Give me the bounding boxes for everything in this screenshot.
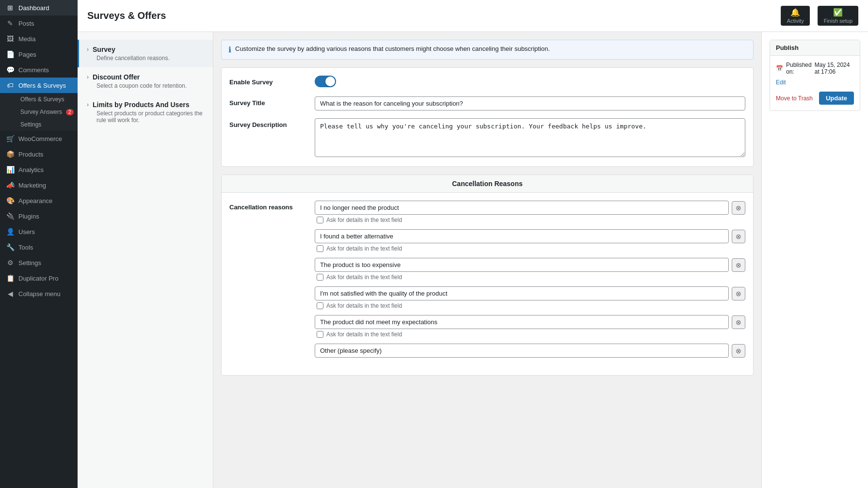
cancellation-reasons-header: Cancellation Reasons bbox=[222, 175, 753, 193]
reason-input-row-5: ⊗ bbox=[315, 315, 745, 329]
sidebar-label-appearance: Appearance bbox=[18, 197, 52, 205]
sidebar-label-offers-surveys: Offers & Surveys bbox=[18, 82, 66, 89]
ask-details-label-1: Ask for details in the text field bbox=[326, 217, 402, 223]
info-icon: ℹ bbox=[228, 45, 231, 54]
sidebar-item-settings-sub[interactable]: Settings bbox=[15, 118, 78, 131]
ask-details-checkbox-1[interactable] bbox=[317, 217, 323, 223]
sidebar-label-media: Media bbox=[18, 35, 35, 43]
reason-input-4[interactable] bbox=[315, 286, 729, 300]
page-title: Surveys & Offers bbox=[87, 10, 166, 21]
sidebar-item-survey-answers[interactable]: Survey Answers 2 bbox=[15, 106, 78, 118]
ask-details-checkbox-4[interactable] bbox=[317, 302, 323, 309]
reason-input-row-3: ⊗ bbox=[315, 258, 745, 272]
sidebar-item-marketing[interactable]: 📣 Marketing bbox=[0, 177, 78, 193]
sidebar-item-settings[interactable]: ⚙ Settings bbox=[0, 255, 78, 270]
main-content: Surveys & Offers 🔔 Activity ✅ Finish set… bbox=[78, 0, 868, 488]
sidebar-label-pages: Pages bbox=[18, 51, 36, 58]
sidebar-label-offers-surveys-sub: Offers & Surveys bbox=[20, 96, 64, 103]
sidebar-item-offers-surveys-sub[interactable]: Offers & Surveys bbox=[15, 93, 78, 106]
step-limits[interactable]: › Limits by Products And Users Select pr… bbox=[78, 95, 213, 129]
publish-box-body: 📅 Published on: May 15, 2024 at 17:06 Ed… bbox=[770, 56, 860, 110]
sidebar-item-duplicator[interactable]: 📋 Duplicator Pro bbox=[0, 270, 78, 286]
move-to-trash-link[interactable]: Move to Trash bbox=[776, 95, 813, 102]
activity-button[interactable]: 🔔 Activity bbox=[781, 6, 810, 26]
duplicator-icon: 📋 bbox=[6, 274, 15, 282]
finish-setup-icon: ✅ bbox=[833, 8, 843, 17]
steps-panel: › Survey Define cancellation reasons. › … bbox=[78, 32, 213, 488]
remove-reason-2[interactable]: ⊗ bbox=[732, 230, 745, 243]
sidebar-item-dashboard[interactable]: ⊞ Dashboard bbox=[0, 0, 78, 16]
sidebar-item-collapse[interactable]: ◀ Collapse menu bbox=[0, 286, 78, 301]
ask-details-checkbox-2[interactable] bbox=[317, 245, 323, 252]
sidebar-item-media[interactable]: 🖼 Media bbox=[0, 31, 78, 47]
cancellation-reasons-body: Cancellation reasons ⊗ Ask for d bbox=[222, 193, 753, 375]
survey-title-input[interactable] bbox=[315, 96, 745, 110]
remove-reason-3[interactable]: ⊗ bbox=[732, 258, 745, 272]
sidebar-label-survey-answers: Survey Answers bbox=[20, 109, 62, 115]
remove-reason-5[interactable]: ⊗ bbox=[732, 315, 745, 329]
sidebar: ⊞ Dashboard ✎ Posts 🖼 Media 📄 Pages 💬 Co… bbox=[0, 0, 78, 488]
reason-entry-1: ⊗ Ask for details in the text field bbox=[315, 201, 745, 223]
sidebar-item-analytics[interactable]: 📊 Analytics bbox=[0, 162, 78, 177]
reason-entries: ⊗ Ask for details in the text field bbox=[315, 201, 745, 363]
reason-input-5[interactable] bbox=[315, 315, 729, 329]
remove-reason-6[interactable]: ⊗ bbox=[732, 344, 745, 358]
sidebar-label-dashboard: Dashboard bbox=[18, 4, 49, 12]
published-info: 📅 Published on: May 15, 2024 at 17:06 bbox=[776, 62, 854, 75]
media-icon: 🖼 bbox=[6, 35, 15, 43]
reason-input-3[interactable] bbox=[315, 258, 729, 272]
step-discount-offer[interactable]: › Discount Offer Select a coupon code fo… bbox=[78, 67, 213, 95]
remove-reason-1[interactable]: ⊗ bbox=[732, 201, 745, 215]
remove-reason-4[interactable]: ⊗ bbox=[732, 287, 745, 300]
sidebar-item-pages[interactable]: 📄 Pages bbox=[0, 47, 78, 62]
step-survey-chevron: › bbox=[87, 46, 89, 53]
sidebar-item-comments[interactable]: 💬 Comments bbox=[0, 62, 78, 78]
ask-details-label-5: Ask for details in the text field bbox=[326, 331, 402, 338]
calendar-icon: 📅 bbox=[776, 65, 783, 72]
sidebar-item-users[interactable]: 👤 Users bbox=[0, 224, 78, 239]
survey-title-label: Survey Title bbox=[229, 96, 307, 107]
sidebar-item-tools[interactable]: 🔧 Tools bbox=[0, 239, 78, 255]
published-date: May 15, 2024 at 17:06 bbox=[815, 62, 854, 75]
step-survey[interactable]: › Survey Define cancellation reasons. bbox=[78, 40, 213, 67]
ask-details-label-2: Ask for details in the text field bbox=[326, 245, 402, 252]
reason-entry-6: ⊗ bbox=[315, 344, 745, 358]
ask-details-row-3: Ask for details in the text field bbox=[315, 274, 745, 281]
published-label: Published on: bbox=[786, 62, 812, 75]
publish-box: Publish 📅 Published on: May 15, 2024 at … bbox=[770, 40, 860, 111]
offers-surveys-icon: 🏷 bbox=[6, 81, 15, 89]
ask-details-checkbox-5[interactable] bbox=[317, 331, 323, 338]
sidebar-label-analytics: Analytics bbox=[18, 166, 44, 173]
analytics-icon: 📊 bbox=[6, 166, 15, 173]
sidebar-item-appearance[interactable]: 🎨 Appearance bbox=[0, 193, 78, 208]
finish-setup-button[interactable]: ✅ Finish setup bbox=[818, 6, 858, 26]
enable-survey-row: Enable Survey bbox=[229, 76, 745, 89]
sidebar-label-comments: Comments bbox=[18, 66, 49, 74]
tools-icon: 🔧 bbox=[6, 243, 15, 251]
sidebar-label-duplicator: Duplicator Pro bbox=[18, 275, 58, 282]
sidebar-item-woocommerce[interactable]: 🛒 WooCommerce bbox=[0, 131, 78, 146]
right-sidebar: Publish 📅 Published on: May 15, 2024 at … bbox=[761, 32, 868, 488]
sidebar-label-plugins: Plugins bbox=[18, 213, 39, 220]
sidebar-item-posts[interactable]: ✎ Posts bbox=[0, 16, 78, 31]
cancellation-reasons-row: Cancellation reasons ⊗ Ask for d bbox=[229, 201, 745, 363]
ask-details-label-3: Ask for details in the text field bbox=[326, 274, 402, 281]
ask-details-row-1: Ask for details in the text field bbox=[315, 217, 745, 223]
update-button[interactable]: Update bbox=[819, 92, 854, 105]
reason-input-2[interactable] bbox=[315, 229, 729, 243]
sidebar-item-products[interactable]: 📦 Products bbox=[0, 146, 78, 162]
products-icon: 📦 bbox=[6, 150, 15, 158]
enable-survey-toggle[interactable] bbox=[315, 76, 336, 87]
edit-link[interactable]: Edit bbox=[776, 79, 854, 86]
reason-input-6[interactable] bbox=[315, 344, 729, 358]
survey-description-textarea[interactable] bbox=[315, 118, 745, 157]
ask-details-checkbox-3[interactable] bbox=[317, 274, 323, 281]
sidebar-label-users: Users bbox=[18, 228, 35, 236]
reason-input-row-2: ⊗ bbox=[315, 229, 745, 243]
info-banner: ℹ Customize the survey by adding various… bbox=[221, 40, 754, 60]
sidebar-item-offers-surveys[interactable]: 🏷 Offers & Surveys bbox=[0, 78, 78, 93]
sidebar-item-plugins[interactable]: 🔌 Plugins bbox=[0, 208, 78, 224]
reason-input-1[interactable] bbox=[315, 201, 729, 215]
sidebar-label-posts: Posts bbox=[18, 20, 34, 27]
marketing-icon: 📣 bbox=[6, 181, 15, 189]
